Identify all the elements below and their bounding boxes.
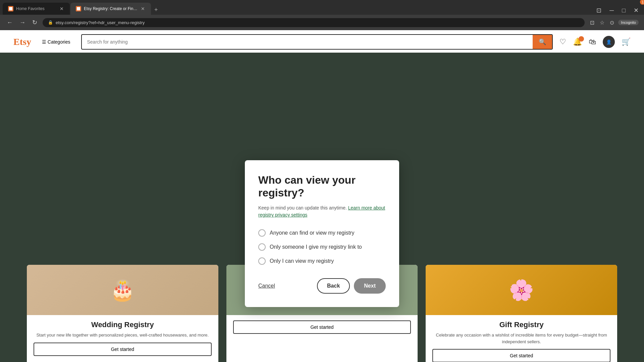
back-button[interactable]: Back [317,278,350,294]
back-button[interactable]: ← [5,18,14,27]
search-button[interactable]: 🔍 [533,35,552,49]
url-bar[interactable]: 🔒 etsy.com/registry?ref=hdr_user_menu-re… [43,18,585,27]
option-link-only-label: Only someone I give my registry link to [270,244,362,250]
radio-anyone[interactable] [258,229,266,237]
radio-only-me[interactable] [258,257,266,265]
modal-overlay: Who can view your registry? Keep in mind… [0,105,644,362]
modal-subtitle: Keep in mind you can update this anytime… [258,204,386,219]
lock-icon: 🔒 [48,20,53,25]
bookmark-icon[interactable]: ☆ [598,18,606,27]
modal-subtitle-text: Keep in mind you can update this anytime… [258,205,347,210]
refresh-button[interactable]: ↻ [31,17,39,27]
tab-bar: Home Favorites ✕ Etsy Registry: Create o… [0,0,644,15]
option-only-me[interactable]: Only I can view my registry [258,257,386,265]
etsy-header-top: Etsy ☰ Categories 🔍 ♡ 🔔 🛍 👤 1 🛒 [13,30,631,54]
tab-registry[interactable]: Etsy Registry: Create or Find a G... ✕ [70,3,151,15]
user-avatar-button[interactable]: 👤 1 [603,36,615,48]
tab-title-2: Etsy Registry: Create or Find a G... [84,6,138,11]
new-tab-button[interactable]: + [152,5,161,15]
page-background: 🎂 Wedding Registry Start your new life t… [0,53,644,362]
etsy-logo[interactable]: Etsy [13,37,31,47]
minimize-button[interactable]: ─ [607,6,616,15]
tab-favicon-1 [8,6,13,11]
cast-icon[interactable]: ⊡ [589,18,596,27]
tab-home-favorites[interactable]: Home Favorites ✕ [3,3,70,15]
modal-title: Who can view your registry? [258,174,386,199]
avatar-badge: 1 [640,0,644,5]
modal-actions: Cancel Back Next [258,278,386,294]
address-bar: ← → ↻ 🔒 etsy.com/registry?ref=hdr_user_m… [0,15,644,30]
browser-actions: ⊡ ☆ ⊙ Incognito [589,18,639,27]
notifications-badge [579,36,584,42]
seller-button[interactable]: 🛍 [589,38,596,46]
window-profile-btn[interactable]: ⊡ [594,6,604,15]
tab-favicon-2 [76,6,81,11]
url-text: etsy.com/registry?ref=hdr_user_menu-regi… [56,20,145,25]
categories-button[interactable]: ☰ Categories [38,37,74,47]
maximize-button[interactable]: □ [619,6,628,15]
search-bar: 🔍 [81,34,553,50]
browser-chrome: Home Favorites ✕ Etsy Registry: Create o… [0,0,644,30]
cart-button[interactable]: 🛒 [622,38,631,46]
tab-title-1: Home Favorites [16,6,56,11]
next-button[interactable]: Next [354,278,386,294]
option-link-only[interactable]: Only someone I give my registry link to [258,243,386,251]
notifications-button[interactable]: 🔔 [573,38,582,46]
option-anyone-label: Anyone can find or view my registry [270,230,355,236]
privacy-options: Anyone can find or view my registry Only… [258,229,386,265]
cancel-button[interactable]: Cancel [258,283,275,289]
tab-close-1[interactable]: ✕ [59,5,64,12]
radio-link-only[interactable] [258,243,266,251]
incognito-badge: Incognito [618,20,639,25]
close-button[interactable]: ✕ [631,6,641,15]
user-icon: 👤 [606,40,612,45]
profile-icon[interactable]: ⊙ [608,18,615,27]
registry-privacy-modal: Who can view your registry? Keep in mind… [245,160,399,307]
categories-label: ☰ Categories [42,39,70,45]
tab-close-2[interactable]: ✕ [140,5,146,12]
forward-button[interactable]: → [18,18,27,27]
window-controls: ⊡ ─ □ ✕ [594,6,641,15]
search-input[interactable] [82,36,533,48]
header-icons: ♡ 🔔 🛍 👤 1 🛒 [559,36,631,48]
option-only-me-label: Only I can view my registry [270,258,334,264]
option-anyone[interactable]: Anyone can find or view my registry [258,229,386,237]
wishlist-button[interactable]: ♡ [559,38,566,46]
